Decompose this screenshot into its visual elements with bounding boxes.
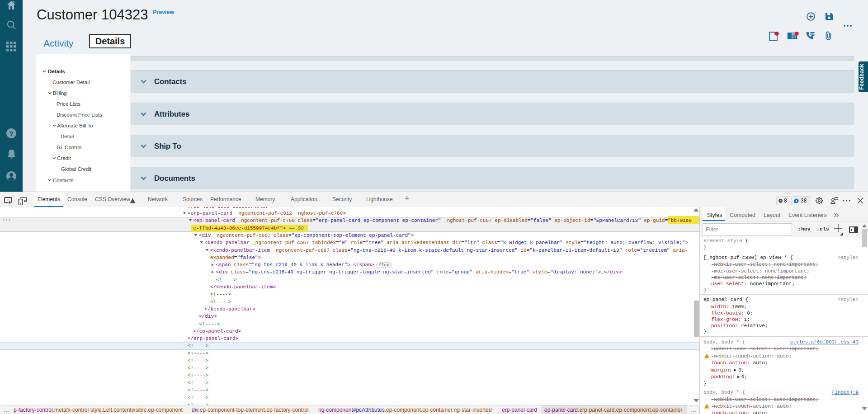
svg-text:?: ? [9, 130, 13, 137]
